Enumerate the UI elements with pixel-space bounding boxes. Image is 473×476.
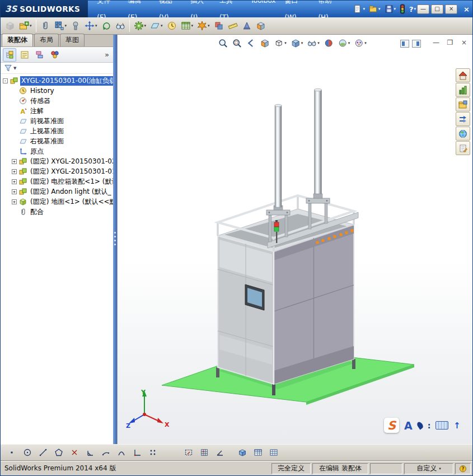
chevron-down-icon[interactable]: ▼ [13, 66, 16, 71]
sketch-point-button[interactable] [4, 446, 19, 459]
configuration-manager-tab[interactable] [33, 48, 46, 62]
edit-component-button[interactable] [3, 18, 17, 33]
isometric-view-button[interactable] [235, 446, 250, 459]
mate-button[interactable] [39, 18, 52, 33]
rotate-component-button[interactable] [100, 18, 113, 33]
sketch-chamfer-button[interactable] [83, 446, 97, 459]
sketch-circle-button[interactable] [20, 446, 35, 459]
solidworks-resources-button[interactable] [456, 83, 470, 97]
feature-manager-tab[interactable] [3, 48, 16, 62]
maximize-button[interactable]: □ [431, 4, 443, 14]
tree-item-component[interactable]: + (固定) XYGL-20150301-01-0 [1, 166, 113, 176]
rapid-sketch-button[interactable] [181, 446, 196, 459]
model-canvas[interactable] [118, 35, 472, 444]
tree-item-annotations[interactable]: A 注解 [1, 106, 113, 116]
sketch-trim-button[interactable] [67, 446, 82, 459]
sketch-pattern-button[interactable] [146, 446, 160, 459]
new-document-button[interactable]: ▾ [352, 3, 366, 15]
sketch-line-button[interactable] [36, 446, 50, 459]
view-palette-button[interactable] [456, 127, 470, 141]
tab-sketch[interactable]: 草图 [60, 34, 85, 46]
mass-properties-button[interactable] [240, 18, 254, 33]
save-button[interactable]: ▾ [383, 3, 397, 15]
general-table-button[interactable] [266, 446, 281, 459]
open-button[interactable]: ▾ [368, 3, 382, 15]
hide-show-items-button[interactable]: ▾ [306, 38, 321, 49]
exploded-view-button[interactable]: ▾ [195, 18, 212, 33]
window-select-left-icon[interactable] [400, 40, 409, 48]
sketch-arc-button[interactable] [99, 446, 113, 459]
tab-assembly[interactable]: 装配体 [2, 34, 33, 46]
tree-item-front-plane[interactable]: 前视基准面 [1, 116, 113, 126]
status-quick-tips-cell[interactable]: ? [455, 463, 471, 474]
filter-funnel-icon[interactable] [4, 64, 12, 72]
reference-geometry-button[interactable]: ▾ [148, 18, 165, 33]
panel-overflow-button[interactable]: » [105, 50, 111, 59]
property-manager-tab[interactable] [18, 48, 31, 62]
measure-button[interactable] [226, 18, 240, 33]
document-close-button[interactable]: × [459, 38, 469, 48]
display-style-button[interactable]: ▾ [289, 38, 305, 49]
help-button[interactable]: ? ▾ [408, 3, 417, 15]
tree-item-sensors[interactable]: 传感器 [1, 96, 113, 106]
ime-symbols-button[interactable]: : [428, 421, 431, 430]
custom-properties-button[interactable] [456, 141, 470, 155]
tree-item-origin[interactable]: 原点 [1, 146, 113, 156]
status-custom-dropdown[interactable]: 自定义 ▾ [404, 463, 453, 474]
motion-study-button[interactable] [165, 18, 179, 33]
zoom-area-button[interactable] [231, 38, 243, 49]
tree-item-component[interactable]: + (固定) Andon light (默认_ [1, 186, 113, 197]
insert-component-button[interactable]: ▾ [17, 18, 34, 33]
close-button[interactable]: × [445, 4, 457, 14]
assembly-features-button[interactable]: ▾ [132, 18, 148, 33]
apply-scene-button[interactable]: ▾ [336, 38, 352, 49]
angle-snap-button[interactable] [213, 446, 227, 459]
display-manager-tab[interactable] [48, 48, 62, 62]
smart-fasteners-button[interactable] [69, 18, 82, 33]
sketch-3point-arc-button[interactable] [114, 446, 129, 459]
bill-of-materials-button[interactable]: ▾ [179, 18, 195, 33]
interference-detection-button[interactable] [212, 18, 226, 33]
show-hidden-components-button[interactable] [114, 18, 127, 33]
sketch-corner-button[interactable] [130, 446, 144, 459]
design-library-button[interactable] [456, 97, 470, 111]
splitter-grip-icon[interactable] [114, 232, 116, 234]
collapse-icon[interactable]: - [3, 78, 8, 83]
expand-icon[interactable]: + [12, 179, 17, 184]
expand-icon[interactable]: + [12, 159, 17, 164]
graphics-area[interactable]: ▾ ▾ ▾ ▾ ▾ [117, 35, 472, 444]
document-minimize-button[interactable]: — [431, 38, 441, 48]
move-component-button[interactable]: ▾ [83, 18, 99, 33]
tree-item-component[interactable]: + (固定) 电控箱装配<1> (默认 [1, 176, 113, 186]
file-explorer-button[interactable] [456, 112, 470, 126]
section-view-button[interactable] [259, 38, 271, 49]
tree-item-component[interactable]: + (固定) 地面<1> (默认<<默认 [1, 197, 113, 207]
tree-item-mates[interactable]: 配合 [1, 207, 113, 217]
panel-splitter[interactable] [113, 35, 117, 444]
view-orientation-button[interactable]: ▾ [273, 38, 288, 49]
tree-item-component[interactable]: + (固定) XYGL-20150301-02-0 [1, 156, 113, 166]
options-button[interactable] [399, 3, 406, 15]
document-restore-button[interactable]: ❐ [445, 38, 455, 48]
ime-toolbox-button[interactable]: ↑ [453, 421, 461, 431]
section-view-toolbar-button[interactable] [254, 18, 268, 33]
tree-item-top-plane[interactable]: 上视基准面 [1, 126, 113, 136]
zoom-fit-button[interactable] [217, 38, 229, 49]
ime-punctuation-icon[interactable] [416, 421, 424, 430]
tree-item-history[interactable]: History [1, 86, 113, 96]
grid-snap-button[interactable] [197, 446, 212, 459]
minimize-button[interactable]: — [417, 4, 429, 14]
tree-item-root[interactable]: - XYGL-20150301-00(油缸负载测试 [1, 76, 113, 86]
close-icon[interactable]: × [463, 5, 470, 13]
sketch-polygon-button[interactable] [51, 446, 66, 459]
component-pattern-button[interactable]: ▾ [53, 18, 69, 33]
tab-layout[interactable]: 布局 [34, 34, 59, 46]
ime-mode-button[interactable]: A [404, 419, 413, 432]
ime-keyboard-icon[interactable] [435, 421, 448, 430]
view-settings-button[interactable]: ▾ [353, 38, 368, 49]
edit-appearance-button[interactable] [322, 38, 335, 49]
ime-logo[interactable]: S [384, 418, 399, 433]
expand-icon[interactable]: + [12, 189, 17, 194]
expand-icon[interactable]: + [12, 199, 17, 204]
previous-view-button[interactable] [245, 38, 257, 49]
